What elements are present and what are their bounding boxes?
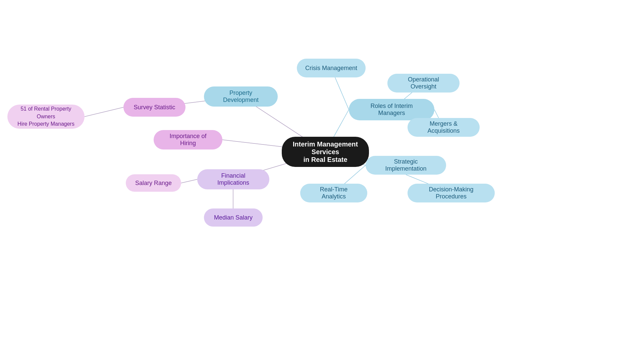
center-label: Interim Management Services in Real Esta… bbox=[290, 140, 361, 164]
decision-making-label: Decision-Making Procedures bbox=[416, 186, 487, 200]
center-node: Interim Management Services in Real Esta… bbox=[282, 137, 369, 167]
importance-of-hiring-label: Importance of Hiring bbox=[162, 133, 214, 147]
salary-range-label: Salary Range bbox=[135, 180, 172, 187]
financial-implications-label: Financial Implications bbox=[205, 172, 261, 186]
strategic-implementation-label: Strategic Implementation bbox=[374, 158, 438, 172]
median-salary-label: Median Salary bbox=[214, 214, 253, 221]
roles-interim-managers-label: Roles of Interim Managers bbox=[357, 103, 426, 117]
property-development-node: Property Development bbox=[204, 86, 278, 107]
real-time-analytics-label: Real-Time Analytics bbox=[308, 186, 359, 200]
strategic-implementation-node: Strategic Implementation bbox=[366, 156, 446, 175]
median-salary-node: Median Salary bbox=[204, 208, 263, 227]
survey-statistic-label: Survey Statistic bbox=[133, 104, 175, 111]
rental-owners-label: 51 of Rental Property Owners Hire Proper… bbox=[15, 105, 76, 128]
crisis-management-label: Crisis Management bbox=[305, 65, 357, 72]
importance-of-hiring-node: Importance of Hiring bbox=[154, 130, 222, 149]
property-development-label: Property Development bbox=[212, 89, 270, 104]
real-time-analytics-node: Real-Time Analytics bbox=[300, 184, 367, 202]
financial-implications-node: Financial Implications bbox=[197, 169, 269, 189]
crisis-management-node: Crisis Management bbox=[297, 59, 366, 77]
salary-range-node: Salary Range bbox=[126, 174, 181, 192]
operational-oversight-node: Operational Oversight bbox=[387, 74, 460, 93]
rental-owners-node: 51 of Rental Property Owners Hire Proper… bbox=[7, 105, 85, 129]
roles-interim-managers-node: Roles of Interim Managers bbox=[349, 99, 434, 120]
decision-making-node: Decision-Making Procedures bbox=[408, 184, 495, 202]
mergers-acquisitions-node: Mergers & Acquisitions bbox=[408, 118, 480, 137]
survey-statistic-node: Survey Statistic bbox=[123, 98, 185, 117]
mergers-acquisitions-label: Mergers & Acquisitions bbox=[416, 120, 472, 134]
svg-line-2 bbox=[85, 107, 123, 117]
operational-oversight-label: Operational Oversight bbox=[395, 76, 451, 90]
svg-line-5 bbox=[181, 179, 197, 183]
